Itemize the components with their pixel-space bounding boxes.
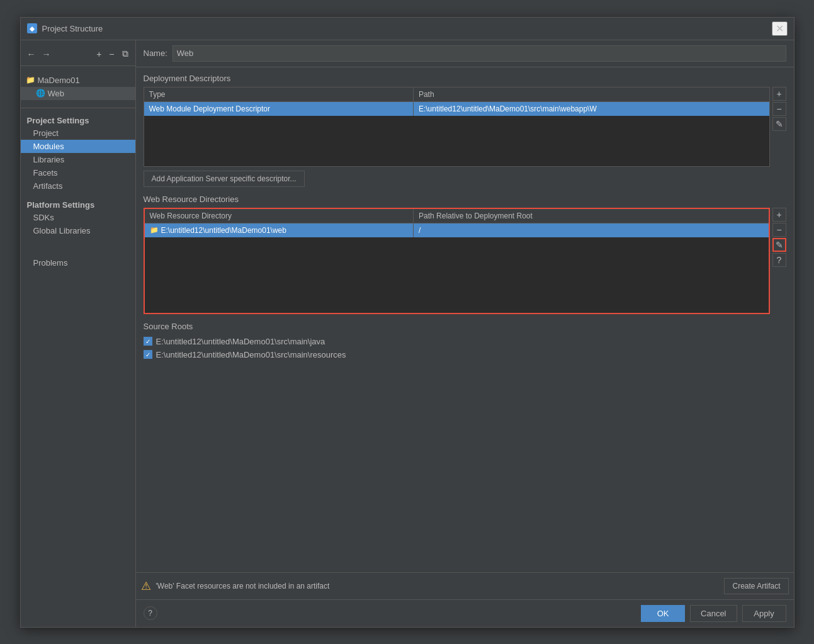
sidebar-item-sdks[interactable]: SDKs [21,211,135,224]
forward-button[interactable]: → [41,48,52,60]
close-button[interactable]: ✕ [772,21,788,36]
checkbox-0[interactable]: ✓ [144,337,152,346]
sidebar-item-modules[interactable]: Modules [21,140,135,153]
create-artifact-button[interactable]: Create Artifact [724,578,788,594]
bottom-bar: ? OK Cancel Apply [136,599,794,627]
source-item-1-label: E:\untitled12\untitled\MaDemo01\src\main… [156,350,346,359]
dialog-title: Project Structure [42,24,772,33]
source-item-1: ✓ E:\untitled12\untitled\MaDemo01\src\ma… [144,348,786,361]
deployment-row-0[interactable]: Web Module Deployment Descriptor E:\unti… [144,102,769,116]
name-row: Name: [136,40,794,67]
web-icon: 🌐 [36,89,45,98]
sidebar-item-artifacts[interactable]: Artifacts [21,179,135,193]
tree-item-web[interactable]: 🌐 Web [21,87,135,100]
web-resource-table-header: Web Resource Directory Path Relative to … [145,209,769,223]
ok-button[interactable]: OK [641,605,685,622]
dep-type-cell: Web Module Deployment Descriptor [144,102,414,116]
remove-module-button[interactable]: − [107,48,116,60]
source-roots-section: Source Roots ✓ E:\untitled12\untitled\Ma… [144,322,786,361]
app-icon: ◆ [27,23,37,33]
add-descriptor-button[interactable]: + [772,87,786,101]
web-path-cell: / [414,223,768,237]
col-path: Path [414,88,769,101]
edit-descriptor-button[interactable]: ✎ [772,117,786,131]
remove-descriptor-button[interactable]: − [772,102,786,116]
tree-item-mademo01[interactable]: 📁 MaDemo01 [21,74,135,87]
source-item-0-label: E:\untitled12\untitled\MaDemo01\src\main… [156,337,325,346]
tree-item-mademo01-label: MaDemo01 [38,76,80,85]
deployment-side-buttons: + − ✎ [772,87,786,131]
col-web-dir: Web Resource Directory [145,209,414,223]
checkbox-1[interactable]: ✓ [144,350,152,359]
warning-icon: ⚠ [141,579,151,593]
web-dir-cell: 📁 E:\untitled12\untitled\MaDemo01\web [145,223,414,237]
sidebar-item-project[interactable]: Project [21,127,135,140]
folder-icon: 📁 [26,76,35,84]
folder-small-icon: 📁 [150,226,159,234]
name-input[interactable] [172,45,786,62]
tree-item-web-label: Web [48,89,65,98]
cancel-button[interactable]: Cancel [690,605,737,622]
deployment-table: Type Path Web Module Deployment Descript… [144,87,770,167]
sidebar-item-problems[interactable]: Problems [21,256,135,269]
col-web-path: Path Relative to Deployment Root [414,209,768,223]
sidebar-item-libraries[interactable]: Libraries [21,153,135,166]
sidebar-item-global-libraries[interactable]: Global Libraries [21,224,135,237]
add-module-button[interactable]: + [94,48,103,60]
deployment-table-area: Type Path Web Module Deployment Descript… [144,87,786,167]
sidebar-item-facets[interactable]: Facets [21,166,135,179]
apply-button[interactable]: Apply [742,605,786,622]
question-webres-button[interactable]: ? [772,253,786,267]
web-resource-section: Web Resource Directories Web Resource Di… [144,195,786,314]
col-type: Type [144,88,414,101]
warning-text: 'Web' Facet resources are not included i… [156,582,720,590]
web-resource-row-0[interactable]: 📁 E:\untitled12\untitled\MaDemo01\web / [145,223,769,237]
back-button[interactable]: ← [26,48,37,60]
deployment-descriptors-section: Deployment Descriptors Type Path Web Mod… [144,74,786,187]
platform-settings-header: Platform Settings [21,198,135,211]
deployment-table-header: Type Path [144,88,769,102]
right-panel: Name: Deployment Descriptors Type Path [136,40,794,627]
edit-webres-button[interactable]: ✎ [772,238,786,252]
web-resource-table-area: Web Resource Directory Path Relative to … [144,208,786,314]
sidebar: ← → + − ⧉ 📁 MaDemo01 🌐 Web [21,40,136,627]
name-label: Name: [144,48,167,58]
bottom-left: ? [144,606,636,620]
add-webres-button[interactable]: + [772,208,786,222]
nav-buttons: ← → + − ⧉ [21,45,135,66]
remove-webres-button[interactable]: − [772,223,786,237]
module-tree: 📁 MaDemo01 🌐 Web [21,71,135,103]
project-structure-dialog: ◆ Project Structure ✕ ← → + − ⧉ 📁 MaDemo… [20,17,794,628]
source-roots-title: Source Roots [144,322,786,331]
source-item-0: ✓ E:\untitled12\untitled\MaDemo01\src\ma… [144,335,786,348]
warning-row: ⚠ 'Web' Facet resources are not included… [136,572,794,599]
copy-module-button[interactable]: ⧉ [120,48,130,60]
add-server-button[interactable]: Add Application Server specific descript… [144,171,305,187]
help-button[interactable]: ? [144,606,157,620]
main-content: ← → + − ⧉ 📁 MaDemo01 🌐 Web [21,40,794,627]
dep-path-cell: E:\untitled12\untitled\MaDemo01\src\main… [414,102,769,116]
title-bar: ◆ Project Structure ✕ [21,18,794,40]
web-resource-table-outline: Web Resource Directory Path Relative to … [144,208,770,314]
project-settings-header: Project Settings [21,113,135,127]
web-resource-title: Web Resource Directories [144,195,786,204]
deployment-descriptors-title: Deployment Descriptors [144,74,786,83]
web-resource-side-buttons: + − ✎ ? [772,208,786,267]
panel-content: Deployment Descriptors Type Path Web Mod… [136,67,794,572]
